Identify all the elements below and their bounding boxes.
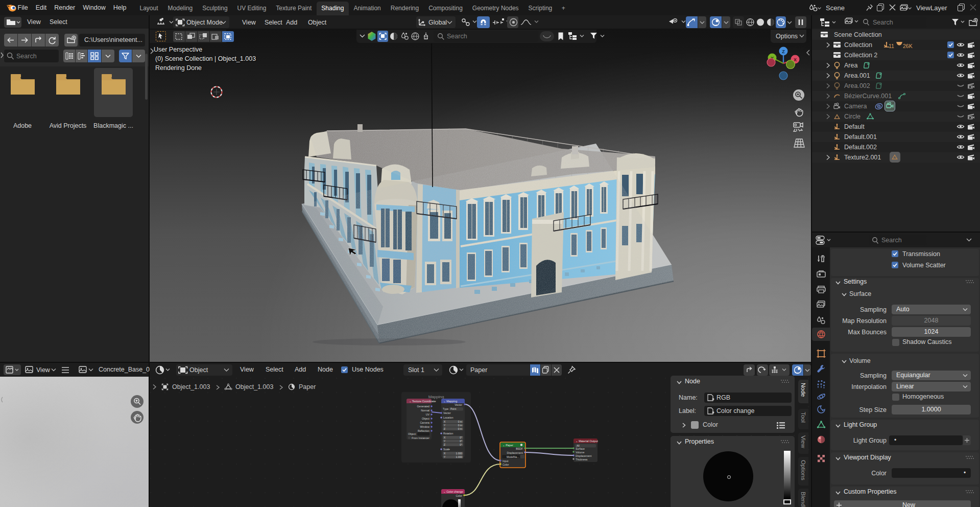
svg-text:ModelNa...: ModelNa... [507,455,519,458]
svg-text:From Instancer: From Instancer [412,436,429,440]
svg-text:Window: Window [420,425,430,428]
svg-text:Vector: Vector [455,403,462,406]
svg-text:Generated: Generated [417,405,429,408]
svg-text:BSDF: BSDF [516,447,523,450]
svg-text:0°: 0° [460,440,462,443]
svg-text:Color: Color [503,463,509,466]
svg-text:UV: UV [426,413,430,416]
svg-text:Rotation: Rotation [443,432,453,435]
svg-text:1.000: 1.000 [456,455,462,458]
svg-text:X: X [794,57,797,62]
svg-text:0 m: 0 m [458,424,462,427]
svg-text:Normal: Normal [421,409,429,412]
svg-text:⌄ Material Output: ⌄ Material Output [576,440,598,443]
svg-text:Input: Input [503,459,509,463]
svg-text:Camera: Camera [420,421,430,424]
svg-text:Mapping: Mapping [428,395,444,399]
svg-text:Surface: Surface [576,447,585,450]
svg-text:Volume: Volume [576,451,584,454]
svg-text:Z: Z [444,443,445,446]
svg-text:⌄ Color change: ⌄ Color change [443,490,463,493]
svg-text:⌄ Mapping: ⌄ Mapping [443,400,457,403]
svg-text:Scale: Scale [443,448,450,451]
svg-text:⌄ Texture Coordinate: ⌄ Texture Coordinate [409,400,436,403]
svg-text:Object: Object [422,417,430,420]
svg-text:Displacement: Displacement [576,454,592,457]
svg-text:Type: Type [443,407,448,410]
svg-text:⌄ Paper: ⌄ Paper [503,444,513,447]
svg-text:1.000: 1.000 [456,452,462,455]
svg-text:Location: Location [443,416,453,419]
svg-text:Color: Color [456,494,463,497]
svg-text:0°: 0° [460,436,462,439]
svg-text:0 m: 0 m [458,427,462,430]
svg-text:0°: 0° [460,443,462,446]
svg-text:Z: Z [444,427,445,430]
svg-text:Reflection: Reflection [418,429,429,432]
svg-text:Vector: Vector [443,411,451,414]
svg-text:Point: Point [450,407,457,410]
svg-text:Thickness: Thickness [576,458,588,461]
svg-text:Object:: Object: [408,432,416,435]
svg-text:0 m: 0 m [458,420,462,423]
svg-text:Z: Z [782,49,785,54]
svg-text:Displacement: Displacement [507,451,523,454]
